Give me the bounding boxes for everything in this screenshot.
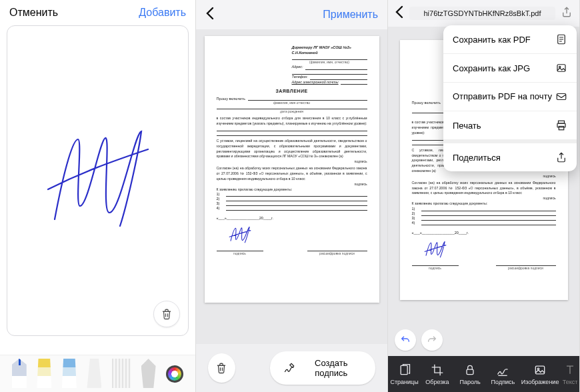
doc-para3-sig: подпись — [217, 182, 367, 186]
image-icon — [555, 62, 567, 74]
document-page[interactable]: Директору ЛГ МАОУ «СОШ №3» С.Н.Котовной … — [205, 36, 379, 303]
tb-pages-label: Страницы — [390, 379, 418, 385]
tool-highlighter-yellow[interactable] — [37, 359, 51, 388]
export-header: hi76tzTGSDYNTbHKfNRz8sBkT.pdf — [388, 0, 579, 27]
doc-tel-label: Телефон: — [292, 75, 308, 80]
menu-print[interactable]: Печать — [443, 111, 577, 140]
doc-para3: Согласен (на) на обработку моих персонал… — [217, 166, 367, 181]
doc-email-label: Адрес электронной почты — [292, 80, 339, 85]
canvas-wrap — [0, 23, 195, 355]
placed-signature — [421, 255, 449, 259]
pages-icon — [398, 363, 411, 377]
add-button[interactable]: Добавить — [139, 7, 186, 19]
doc-attach: К заявлению прилагаю следующие документы… — [217, 187, 367, 193]
editor-toolbar: Страницы Обрезка Пароль Подпись Изображе… — [388, 356, 579, 392]
svg-rect-6 — [559, 127, 564, 130]
filename-field[interactable]: hi76tzTGSDYNTbHKfNRz8sBkT.pdf — [409, 7, 555, 20]
doc-include-sub: фамилия, имя отчество — [217, 101, 367, 105]
redo-icon — [427, 335, 437, 345]
doc-title: ЗАЯВЛЕНИЕ — [217, 89, 367, 93]
text-icon — [563, 363, 577, 377]
undo-icon — [400, 335, 411, 345]
undo-button[interactable] — [395, 329, 416, 351]
menu-save-jpg[interactable]: Сохранить как JPG — [443, 54, 577, 83]
tool-pen-blue[interactable] — [12, 359, 27, 388]
doc-p3b: Согласен (на) на обработку моих персонал… — [412, 181, 556, 196]
back-button[interactable] — [205, 7, 215, 23]
menu-share-label: Поделиться — [453, 153, 501, 163]
export-panel: hi76tzTGSDYNTbHKfNRz8sBkT.pdf Сохранить … — [388, 0, 580, 392]
tb-pages[interactable]: Страницы — [390, 363, 419, 385]
share-icon — [555, 151, 567, 163]
undo-redo-group — [395, 329, 443, 351]
apply-button[interactable]: Применить — [323, 9, 378, 21]
trash-icon — [215, 362, 227, 374]
clear-signature-button[interactable] — [153, 301, 180, 327]
cancel-button[interactable]: Отменить — [9, 7, 58, 19]
dl2b: 2) — [412, 211, 415, 216]
file-pdf-icon — [555, 33, 567, 45]
signature-canvas[interactable] — [7, 25, 189, 336]
dl3b: 3) — [412, 216, 415, 221]
tb-sign-label: Подпись — [491, 379, 515, 385]
tb-sign[interactable]: Подпись — [488, 363, 517, 385]
pen-sign-icon — [283, 362, 295, 374]
share-button[interactable] — [561, 5, 573, 21]
tool-ruler[interactable] — [112, 359, 131, 388]
doc-slb: подпись — [412, 266, 459, 270]
doc-incb: Прошу включить — [412, 101, 441, 105]
print-icon — [555, 119, 567, 131]
svg-rect-9 — [535, 366, 544, 374]
signature-editor-panel: Отменить Добавить — [0, 0, 196, 392]
doc-p2sb: подпись — [412, 174, 556, 178]
create-signature-button[interactable]: Создать подпись — [270, 351, 375, 385]
doc-recipient-2: С.Н.Котовной — [292, 51, 367, 56]
apply-header: Применить — [196, 0, 387, 29]
trash-icon — [161, 308, 173, 320]
tool-color-picker[interactable] — [166, 365, 183, 383]
tool-eraser[interactable] — [87, 359, 101, 388]
document-preview-area: Директору ЛГ МАОУ «СОШ №3» С.Н.Котовной … — [196, 29, 387, 344]
tb-image-label: Изображение — [521, 379, 559, 385]
svg-rect-1 — [557, 65, 565, 72]
tool-cutter[interactable] — [141, 359, 156, 388]
sign-icon — [496, 363, 509, 377]
menu-share[interactable]: Поделиться — [443, 143, 577, 171]
svg-rect-3 — [557, 94, 566, 100]
svg-rect-8 — [467, 369, 473, 375]
back-button[interactable] — [395, 5, 404, 21]
signature-editor-header: Отменить Добавить — [0, 0, 195, 23]
placed-signature[interactable] — [226, 240, 254, 244]
doc-addr-label: Адрес: — [292, 65, 303, 70]
tb-text[interactable]: Текст — [563, 363, 578, 385]
doc-dob-sub: дата рождения — [217, 109, 367, 113]
doc-para2: С уставом, лицензией на осуществление об… — [217, 139, 367, 159]
doc-sig-left: подпись — [217, 251, 263, 255]
create-signature-label: Создать подпись — [301, 358, 362, 378]
tb-image[interactable]: Изображение — [521, 363, 559, 385]
mail-icon — [555, 91, 567, 103]
tb-crop[interactable]: Обрезка — [423, 363, 452, 385]
doc-srb: расшифровка подписи — [496, 266, 556, 270]
menu-save-pdf[interactable]: Сохранить как PDF — [443, 25, 577, 54]
image-tool-icon — [533, 363, 547, 377]
apply-footer: Создать подпись — [196, 344, 387, 392]
doc-p3sb: подпись — [412, 196, 556, 200]
signature-stroke — [41, 126, 155, 235]
redo-button[interactable] — [421, 329, 443, 351]
tool-highlighter-blue[interactable] — [62, 359, 77, 388]
delete-page-button[interactable] — [208, 353, 235, 383]
dl1b: 1) — [412, 207, 415, 211]
menu-save-pdf-label: Сохранить как PDF — [453, 35, 531, 45]
doc-recipient-1: Директору ЛГ МАОУ «СОШ №3» — [292, 45, 367, 51]
tb-text-label: Текст — [563, 379, 578, 385]
tb-password[interactable]: Пароль — [455, 363, 485, 385]
apply-signature-panel: Применить Директору ЛГ МАОУ «СОШ №3» С.Н… — [196, 0, 388, 392]
doc-sig-right: расшифровка подписи — [307, 251, 367, 255]
crop-icon — [431, 363, 444, 377]
doc-attb: К заявлению прилагаю следующие документы… — [412, 201, 556, 207]
chevron-left-icon — [205, 7, 215, 20]
drawing-tools — [0, 355, 195, 392]
doc-include: Прошу включить — [217, 97, 245, 101]
menu-send-mail[interactable]: Отправить PDF на почту — [443, 83, 577, 111]
